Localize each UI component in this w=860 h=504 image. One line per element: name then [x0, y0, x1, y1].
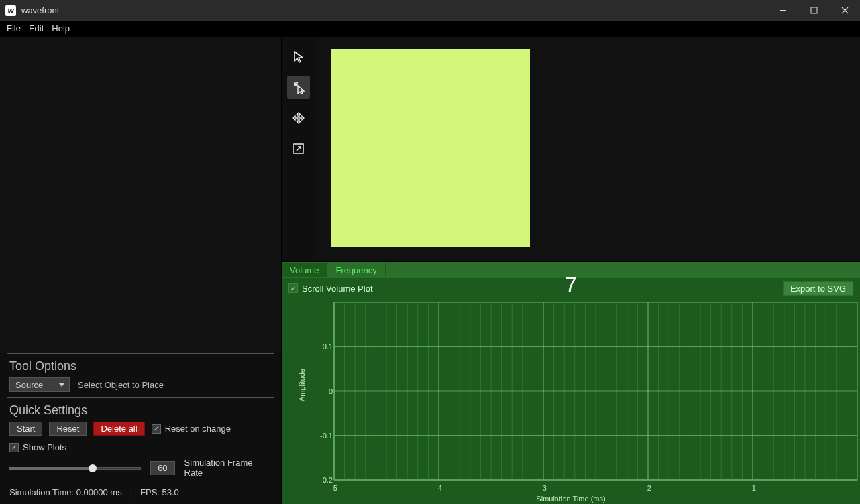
simulation-canvas[interactable]	[315, 37, 860, 261]
y-tick: -0.1	[320, 432, 333, 440]
frame-rate-label: Simulation Frame Rate	[184, 458, 272, 478]
toolstrip	[282, 37, 315, 261]
resize-icon	[292, 142, 305, 155]
frame-rate-value[interactable]: 60	[150, 461, 174, 475]
y-tick: 0	[329, 387, 333, 395]
y-tick: -0.2	[320, 476, 333, 484]
plot-grid	[282, 298, 860, 504]
plot-panel: Volume Frequency Scroll Volume Plot 7 Ex…	[282, 262, 860, 504]
sim-time: Simulation Time: 0.00000 ms	[9, 487, 122, 497]
checkbox-icon	[288, 284, 298, 293]
x-axis-label: Simulation Time (ms)	[536, 495, 605, 503]
tool-options-title: Tool Options	[0, 354, 281, 377]
svg-marker-4	[58, 383, 65, 387]
tool-pointer[interactable]	[287, 45, 310, 68]
scene-tree[interactable]	[0, 37, 281, 353]
maximize-icon	[810, 7, 818, 14]
fps-readout: FPS: 53.0	[140, 487, 179, 497]
close-icon	[841, 7, 849, 14]
checkbox-icon	[9, 443, 19, 452]
overlay-number: 7	[565, 273, 577, 298]
menu-edit[interactable]: Edit	[25, 22, 48, 35]
tool-move[interactable]	[287, 107, 310, 129]
x-tick: -1	[749, 484, 756, 492]
quick-settings-title: Quick Settings	[0, 398, 281, 422]
minimize-icon	[780, 7, 787, 14]
titlebar: w wavefront	[0, 0, 860, 21]
export-svg-button[interactable]: Export to SVG	[783, 281, 853, 296]
close-button[interactable]	[829, 0, 860, 21]
scroll-volume-plot-checkbox[interactable]: Scroll Volume Plot	[288, 284, 373, 294]
window-title: wavefront	[21, 5, 59, 15]
status-bar: Simulation Time: 0.00000 ms | FPS: 53.0	[0, 483, 281, 504]
app-icon: w	[5, 5, 16, 16]
start-button[interactable]: Start	[9, 422, 42, 436]
tool-place[interactable]	[287, 76, 310, 99]
tool-hint: Select Object to Place	[78, 380, 164, 390]
left-panel: Tool Options Source Select Object to Pla…	[0, 37, 282, 504]
delete-all-button[interactable]: Delete all	[93, 422, 144, 436]
menubar: File Edit Help	[0, 21, 860, 37]
volume-plot[interactable]: Amplitude Simulation Time (ms) -0.2-0.10…	[282, 298, 860, 504]
reset-on-change-checkbox[interactable]: Reset on change	[152, 424, 231, 434]
chevron-down-icon	[58, 381, 65, 388]
x-tick: -5	[331, 484, 337, 492]
maximize-button[interactable]	[798, 0, 829, 21]
tab-frequency[interactable]: Frequency	[327, 263, 385, 277]
x-tick: -3	[540, 484, 547, 492]
simulation-field[interactable]	[331, 49, 530, 247]
frame-rate-slider[interactable]	[9, 463, 141, 472]
tool-resize[interactable]	[287, 137, 310, 160]
move-icon	[292, 111, 305, 125]
x-tick: -4	[435, 484, 442, 492]
tab-volume[interactable]: Volume	[282, 263, 327, 277]
pointer-icon	[292, 50, 305, 63]
x-tick: -2	[645, 484, 651, 492]
checkbox-icon	[152, 424, 161, 434]
svg-rect-1	[811, 7, 817, 13]
show-plots-checkbox[interactable]: Show Plots	[9, 442, 66, 452]
place-icon	[292, 80, 305, 94]
dropdown-value: Source	[15, 380, 43, 390]
minimize-button[interactable]	[767, 0, 798, 21]
y-tick: 0.1	[323, 342, 333, 351]
menu-file[interactable]: File	[3, 22, 25, 35]
right-panel: Volume Frequency Scroll Volume Plot 7 Ex…	[282, 37, 860, 504]
menu-help[interactable]: Help	[48, 22, 74, 35]
object-type-dropdown[interactable]: Source	[9, 377, 70, 392]
reset-button[interactable]: Reset	[49, 422, 87, 436]
